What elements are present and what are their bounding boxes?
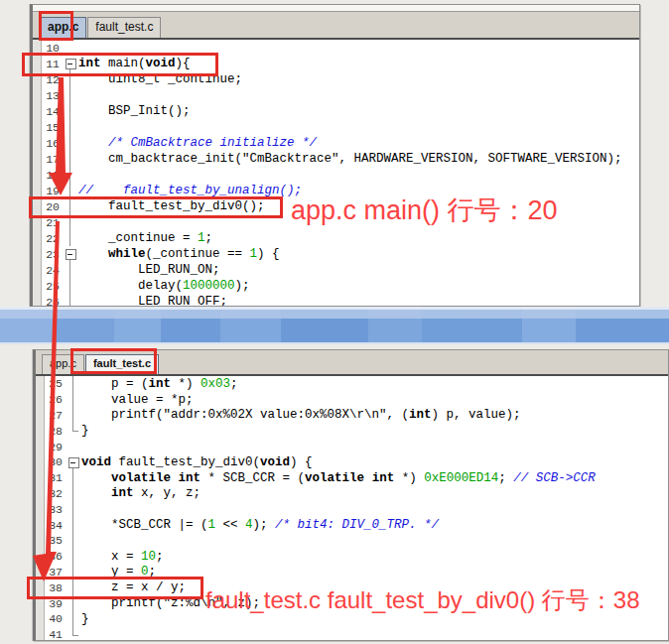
highlight-box-line20 <box>29 196 283 218</box>
line-number: 29 <box>46 441 67 453</box>
code-text: volatile int * SCB_CCR = (volatile int *… <box>79 471 596 485</box>
fold-margin <box>64 87 76 103</box>
code-text: value = *p; <box>79 393 194 407</box>
code-text: LED_RUN_ON; <box>76 263 220 277</box>
code-line-31: 31 volatile int * SCB_CCR = (volatile in… <box>36 470 668 486</box>
fold-margin <box>67 376 79 392</box>
editor-gutter <box>36 376 45 640</box>
code-line-34: 34 *SCB_CCR |= (1 << 4); /* bit4: DIV_0_… <box>36 517 668 533</box>
line-number: 26 <box>43 296 64 307</box>
line-number: 34 <box>46 519 67 532</box>
editor-gutter <box>33 40 42 306</box>
code-line-24: 24 LED_RUN_ON; <box>33 262 639 278</box>
fold-end-corner-icon <box>67 423 79 439</box>
code-text: x = 10; <box>79 550 164 564</box>
line-number: 26 <box>46 393 67 406</box>
code-line-26: 26 LED_RUN_OFF; <box>33 294 639 306</box>
code-text: /* CmBacktrace initialize */ <box>76 136 317 150</box>
code-line-22: 22 _continue = 1; <box>33 230 639 246</box>
line-number: 36 <box>46 550 67 563</box>
code-text: BSP_Init(); <box>76 104 191 118</box>
fold-margin <box>64 294 76 306</box>
code-text: LED_RUN_OFF; <box>76 295 227 306</box>
line-number: 23 <box>43 248 64 261</box>
line-number: 25 <box>46 377 67 390</box>
code-text: int x, y, z; <box>79 486 201 500</box>
line-number: 18 <box>43 169 64 182</box>
code-line-28: 28} <box>36 423 668 439</box>
line-number: 28 <box>46 425 67 438</box>
fold-margin <box>67 470 79 486</box>
fold-margin <box>64 230 76 246</box>
fold-end-corner-icon <box>67 627 79 640</box>
line-number: 30 <box>46 455 67 468</box>
line-number: 40 <box>46 612 67 625</box>
code-line-18: 18 <box>33 167 639 183</box>
fold-margin <box>67 611 79 627</box>
line-number: 13 <box>43 89 64 102</box>
line-number: 32 <box>46 487 67 500</box>
fold-margin <box>67 486 79 502</box>
tab-fault-test-c[interactable]: fault_test.c <box>87 17 161 38</box>
fold-margin <box>67 392 79 408</box>
code-line-35: 35 <box>36 533 668 549</box>
fold-margin <box>67 408 79 424</box>
code-line-25: 25 delay(1000000); <box>33 278 639 294</box>
code-text: void fault_test_by_div0(void) { <box>79 455 313 469</box>
code-line-25: 25 p = (int *) 0x03; <box>36 376 668 392</box>
line-number: 27 <box>46 409 67 422</box>
annotation-line38: fault_test.c fault_test_by_div0() 行号：38 <box>205 584 640 616</box>
code-line-15: 15 <box>33 119 639 135</box>
code-line-27: 27 printf("addr:0x%02X value:0x%08X\r\n"… <box>36 408 668 424</box>
line-number: 31 <box>46 471 67 484</box>
fold-collapse-icon[interactable] <box>67 454 79 470</box>
code-text: _continue = 1; <box>76 231 212 245</box>
blue-divider-bar <box>0 307 669 344</box>
code-line-33: 33 <box>36 501 668 517</box>
fold-margin <box>67 533 79 549</box>
line-number: 14 <box>43 105 64 118</box>
line-number: 15 <box>43 121 64 134</box>
fold-collapse-icon[interactable] <box>64 246 76 262</box>
line-number: 22 <box>43 232 64 245</box>
code-line-14: 14 BSP_Init(); <box>33 103 639 119</box>
tab-bar-top: app.c fault_test.c <box>33 12 639 40</box>
line-number: 16 <box>43 137 64 150</box>
code-line-16: 16 /* CmBacktrace initialize */ <box>33 135 639 151</box>
code-editor-app-c[interactable]: 1011int main(void){12 uint8_t _continue;… <box>33 40 639 306</box>
fold-margin <box>64 262 76 278</box>
highlight-box-tab-fault-test-c <box>70 348 157 374</box>
editor-window-app-c: app.c fault_test.c 1011int main(void){12… <box>30 4 640 307</box>
code-text: p = (int *) 0x03; <box>79 377 238 391</box>
code-line-32: 32 int x, y, z; <box>36 486 668 502</box>
highlight-box-line38 <box>27 577 203 599</box>
annotation-line20: app.c main() 行号：20 <box>291 193 558 228</box>
code-line-26: 26 value = *p; <box>36 392 668 408</box>
fold-margin <box>64 151 76 167</box>
code-line-17: 17 cm_backtrace_init("CmBacktrace", HARD… <box>33 151 639 167</box>
line-number: 24 <box>43 264 64 277</box>
code-text: printf("addr:0x%02X value:0x%08X\r\n", (… <box>79 408 521 422</box>
code-line-41: 41 <box>36 627 668 640</box>
code-text: while(_continue == 1) { <box>76 247 280 261</box>
fold-margin <box>64 135 76 151</box>
code-line-13: 13 <box>33 87 639 103</box>
code-line-23: 23 while(_continue == 1) { <box>33 246 639 262</box>
fold-margin <box>67 501 79 517</box>
line-number: 33 <box>46 503 67 516</box>
fold-margin <box>64 103 76 119</box>
line-number: 41 <box>46 628 67 640</box>
line-number: 25 <box>43 280 64 293</box>
code-text: // fault_test_by_unalign(); <box>76 184 302 197</box>
code-line-30: 30void fault_test_by_div0(void) { <box>36 454 668 470</box>
window-top-strip <box>33 5 639 12</box>
line-number: 35 <box>46 534 67 547</box>
fold-margin <box>67 517 79 533</box>
fold-margin <box>64 119 76 135</box>
fold-margin <box>67 549 79 565</box>
highlight-box-line11-main <box>22 53 218 76</box>
code-line-29: 29 <box>36 439 668 454</box>
fold-margin <box>67 439 79 454</box>
line-number: 19 <box>43 185 64 197</box>
highlight-box-tab-app-c <box>39 11 73 41</box>
